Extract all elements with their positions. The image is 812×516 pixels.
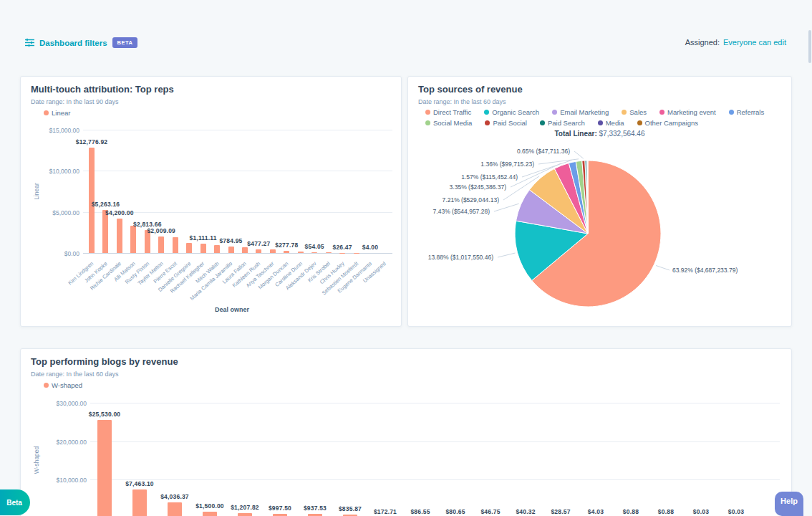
bar-chart-canvas: $30,000.00$20,000.00$10,000.00$0.00W-sha… <box>21 349 791 516</box>
chart-card-top-blogs: Top performing blogs by revenue Date ran… <box>20 348 792 516</box>
assigned-control: Assigned:Everyone can edit <box>685 38 786 47</box>
bar[interactable] <box>203 512 217 516</box>
pie-callout-line <box>656 266 670 271</box>
pie-slice-label: 0.65% ($47,711.36) <box>517 148 570 155</box>
bar[interactable] <box>168 502 182 516</box>
beta-badge: BETA <box>112 37 138 48</box>
pie-slice-label: 1.36% ($99,715.23) <box>480 161 534 168</box>
bar[interactable] <box>270 249 276 253</box>
y-axis-title: Linear <box>33 170 40 213</box>
bar-value-label: $25,530.00 <box>77 411 132 418</box>
bar-value-label: $7,463.10 <box>112 480 167 487</box>
filter-sliders-icon <box>25 38 34 47</box>
pie-slice-other-campaigns[interactable] <box>587 161 588 234</box>
bar[interactable] <box>284 251 289 253</box>
bar[interactable] <box>132 489 147 516</box>
gridline <box>90 479 780 480</box>
bar-value-label: $2,009.09 <box>134 227 188 234</box>
bar[interactable] <box>186 243 192 253</box>
y-axis-title: W-shaped <box>33 439 40 482</box>
bar[interactable] <box>200 244 206 253</box>
bar-value-label: $0.03 <box>709 508 763 515</box>
bar-value-label: $5,263.16 <box>78 201 132 208</box>
bar-chart-canvas: $15,000.00$10,000.00$5,000.00$0.00Linear… <box>21 77 401 326</box>
bar-value-label: $4,200.00 <box>92 209 147 216</box>
gridline <box>90 403 780 403</box>
bar[interactable] <box>311 252 317 253</box>
beta-pill-button[interactable]: Beta <box>0 489 30 515</box>
bar-value-label: $4,036.37 <box>148 493 202 500</box>
y-axis-tick-label: $15,000.00 <box>21 127 79 134</box>
pie-slice-label: 3.35% ($245,386.37) <box>450 183 506 191</box>
dashboard-filters-button[interactable]: Dashboard filters BETA <box>25 37 137 48</box>
dashboard-filters-label: Dashboard filters <box>39 39 107 47</box>
y-axis-tick-label: $0.00 <box>21 250 79 257</box>
assigned-value-link[interactable]: Everyone can edit <box>723 38 786 47</box>
gridline <box>90 441 780 442</box>
pie-slice-label: 7.21% ($529,044.13) <box>443 196 499 204</box>
y-axis-tick-label: $5,000.00 <box>21 209 79 216</box>
bar[interactable] <box>97 420 112 516</box>
bar-value-label: $4.00 <box>343 244 397 251</box>
scrollbar-thumb[interactable] <box>808 30 811 63</box>
bar[interactable] <box>238 513 252 516</box>
chart-card-top-reps: Multi-touch attribution: Top reps Date r… <box>20 76 402 327</box>
pie-slice-label: 13.88% ($1,017,550.46) <box>428 254 493 261</box>
bar[interactable] <box>242 247 248 253</box>
pie-callout-line <box>494 204 519 211</box>
dashboard-toolbar: Dashboard filters BETA Assigned:Everyone… <box>0 34 812 54</box>
gridline <box>83 130 392 130</box>
pie-slice-label: 63.92% ($4,687,233.79) <box>672 267 738 274</box>
dashboard-page: Dashboard filters BETA Assigned:Everyone… <box>0 0 812 516</box>
pie-slice-label: 1.57% ($115,452.44) <box>461 173 518 181</box>
pie-callout-line <box>574 151 584 158</box>
x-axis-title: Deal owner <box>189 306 275 313</box>
y-axis-tick-label: $10,000.00 <box>21 168 79 175</box>
pie-chart-canvas: 63.92% ($4,687,233.79)13.88% ($1,017,550… <box>408 77 791 326</box>
assigned-label: Assigned: <box>685 38 720 47</box>
help-button[interactable]: Help <box>775 492 803 516</box>
bar[interactable] <box>158 236 164 253</box>
pie-callout-line <box>498 253 516 257</box>
y-axis-tick-label: $30,000.00 <box>21 400 87 407</box>
pie-slice-label: 7.43% ($544,957.28) <box>433 208 490 215</box>
bar[interactable] <box>256 249 261 253</box>
x-axis-line <box>83 253 392 254</box>
gridline <box>83 171 392 171</box>
chart-card-revenue-sources: Top sources of revenue Date range: In th… <box>407 76 792 327</box>
y-axis-tick-label: $20,000.00 <box>21 439 87 446</box>
bar[interactable] <box>326 252 332 253</box>
bar[interactable] <box>214 245 220 253</box>
bar[interactable] <box>298 252 304 253</box>
bar-value-label: $12,776.92 <box>64 138 119 145</box>
bar[interactable] <box>228 247 234 253</box>
y-axis-tick-label: $10,000.00 <box>21 477 87 484</box>
